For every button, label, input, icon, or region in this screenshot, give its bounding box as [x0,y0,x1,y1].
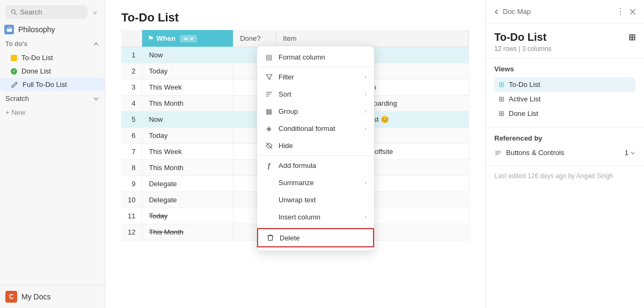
panel-doc-title-text: To-Do List [494,31,546,43]
view-done-list-label: Done List [509,109,538,118]
sidebar-scratch[interactable]: Scratch [0,91,105,106]
sidebar-search-area: « [0,0,105,22]
row-number: 12 [121,224,142,240]
sidebar-item-philosophy[interactable]: 🏔 Philosophy [0,22,105,37]
view-item-todo-list[interactable]: ⊞ To-Do List [494,77,635,92]
unwrap-icon [265,195,273,204]
panel-views-section: Views ⊞ To-Do List ⊞ Active List ⊞ Done … [486,58,644,128]
panel-title-section: To-Do List ⊞ 12 rows | 3 columns [486,24,644,58]
menu-add-formula[interactable]: ƒ Add formula [257,157,374,174]
search-box[interactable] [5,5,87,19]
row-number: 6 [121,128,142,144]
when-label: When [156,34,175,42]
sidebar-category-todos[interactable]: To do's [0,37,105,51]
row-number: 1 [121,47,142,63]
last-edited-text: Last edited 126 days ago by Angad Singh [494,172,613,180]
sidebar-item-full-todo[interactable]: Full To-Do List [0,78,105,91]
view-grid-icon-2: ⊞ [499,95,504,103]
search-icon [11,9,17,16]
sidebar-item-todo-list[interactable]: To-Do List [0,51,105,64]
when-cell: Now [142,112,233,128]
formula-icon: ƒ [265,161,273,170]
svg-line-7 [266,143,272,149]
my-docs-label: My Docs [21,292,50,301]
flag-icon: ⚑ [148,34,154,42]
close-icon[interactable] [629,8,636,16]
menu-unwrap-text[interactable]: Unwrap text [257,191,374,208]
hide-label: Hide [279,142,293,150]
conditional-format-icon: ◈ [265,124,273,133]
when-cell: Now [142,47,233,63]
todo-list-label: To-Do List [21,54,53,62]
when-cell: This Month [142,160,233,176]
view-active-list-label: Active List [509,95,540,103]
menu-hide[interactable]: Hide [257,137,374,154]
row-number: 9 [121,176,142,192]
philosophy-icon: 🏔 [4,25,14,34]
svg-line-1 [14,13,16,14]
sidebar-new-button[interactable]: + New [0,106,105,119]
when-cell: This Month [142,224,233,240]
filter-icon [265,72,273,81]
sort-arrow: › [364,91,367,97]
row-number: 7 [121,144,142,160]
context-menu: ▤ Format column Filter › Sort › ▦ Group … [257,46,375,251]
menu-summarize[interactable]: Summarize › [257,174,374,191]
menu-insert-column[interactable]: Insert column › [257,208,374,225]
sidebar-item-done-list[interactable]: Done List [0,64,105,78]
panel-breadcrumb: Doc Map [493,8,531,16]
when-column-header[interactable]: ⚑ When [142,30,233,47]
format-column-icon: ▤ [265,53,273,61]
when-cell: This Week [142,79,233,96]
when-menu-button[interactable] [180,35,197,42]
sidebar: « 🏔 Philosophy To do's To-Do List Done L… [0,0,105,308]
done-list-icon [11,68,17,75]
summarize-label: Summarize [279,179,314,187]
panel-doc-title-row: To-Do List ⊞ [494,31,635,43]
row-number: 8 [121,160,142,176]
page-title: To-Do List [121,11,469,25]
group-icon: ▦ [265,107,273,115]
row-number: 10 [121,192,142,208]
search-input[interactable] [20,8,82,16]
ref-item-label: Buttons & Controls [506,149,564,157]
row-number: 3 [121,79,142,96]
panel-header-actions: ⋮ [616,6,636,17]
main-content: To-Do List ⚑ When [105,0,485,308]
todo-list-icon [11,55,17,61]
when-cell: Today [142,208,233,224]
insert-column-arrow: › [364,214,367,220]
chevron-left-icon [493,9,500,15]
collapse-button[interactable]: « [91,7,99,18]
group-arrow: › [364,108,367,114]
menu-group[interactable]: ▦ Group › [257,102,374,120]
svg-rect-3 [184,39,188,40]
ref-item-buttons: Buttons & Controls 1 [494,146,635,159]
item-column-header[interactable]: Item [276,30,469,47]
format-column-label: Format column [279,53,325,61]
sidebar-footer: C My Docs [0,285,105,308]
hide-icon [265,141,273,150]
menu-delete[interactable]: Delete [257,228,374,247]
row-number: 11 [121,208,142,224]
menu-format-column[interactable]: ▤ Format column [257,48,374,65]
menu-filter[interactable]: Filter › [257,68,374,85]
panel-header: Doc Map ⋮ [486,0,644,24]
delete-label: Delete [280,234,300,242]
view-item-done-list[interactable]: ⊞ Done List [494,106,635,121]
chevron-down-icon [93,96,99,102]
summarize-arrow: › [364,179,367,186]
menu-conditional-format[interactable]: ◈ Conditional format › [257,120,374,137]
ref-count: 1 [625,149,628,157]
sort-label: Sort [279,90,291,98]
unwrap-label: Unwrap text [279,196,316,204]
view-item-active-list[interactable]: ⊞ Active List [494,92,635,106]
menu-sort[interactable]: Sort › [257,85,374,102]
row-num-header [121,30,142,47]
more-options-icon[interactable]: ⋮ [616,6,625,17]
panel-referenced-section: Referenced by Buttons & Controls 1 [486,128,644,166]
panel-footer: Last edited 126 days ago by Angad Singh [486,166,644,186]
menu-divider-1 [257,67,374,67]
row-number: 5 [121,112,142,128]
done-column-header[interactable]: Done? [233,30,276,47]
